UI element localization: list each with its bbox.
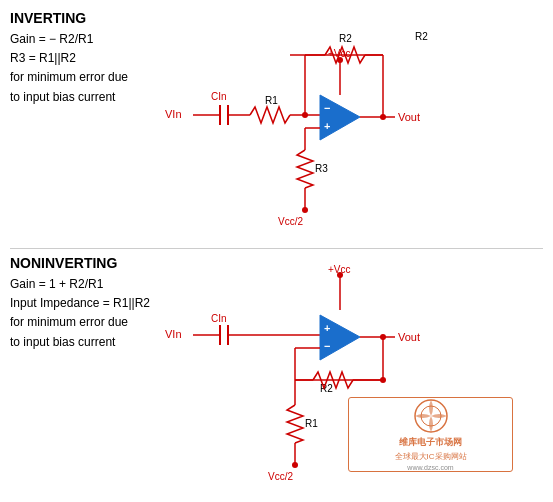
main-container: INVERTING Gain = − R2/R1 R3 = R1||R2 for… — [0, 0, 553, 502]
vout-label-inv: Vout — [398, 111, 420, 123]
cin-label-inv: CIn — [211, 91, 227, 102]
r3-label-inv: R3 — [315, 163, 328, 174]
vout-label-noninv: Vout — [398, 331, 420, 343]
watermark-text1: 维库电子市场网 — [399, 436, 462, 449]
vin-label-inv: VIn — [165, 108, 182, 120]
vin-label-noninv: VIn — [165, 328, 182, 340]
plus-sign-noninv: + — [324, 322, 330, 334]
vcc2-label-inv: Vcc/2 — [278, 216, 303, 227]
svg-point-19 — [302, 207, 308, 213]
r1-label-inv: R1 — [265, 95, 278, 106]
minus-sign-noninv: − — [324, 340, 330, 352]
watermark: 维库电子市场网 全球最大IC采购网站 www.dzsc.com — [348, 397, 513, 472]
vcc-label-inv: +Vcc — [328, 48, 351, 59]
watermark-text2: 全球最大IC采购网站 — [395, 451, 467, 462]
inverting-circuit: VIn CIn R1 − + — [165, 10, 545, 245]
r2-label-inv-top: R2 — [415, 31, 428, 42]
r2-label-inv: R2 — [339, 33, 352, 44]
vcc-label-noninv: +Vcc — [328, 264, 351, 275]
svg-point-11 — [302, 112, 308, 118]
watermark-logo-svg — [413, 398, 449, 434]
plus-sign: + — [324, 120, 330, 132]
minus-sign: − — [324, 102, 330, 114]
section-divider — [10, 248, 543, 249]
r1-label-noninv: R1 — [305, 418, 318, 429]
svg-point-38 — [292, 462, 298, 468]
cin-label-noninv: CIn — [211, 313, 227, 324]
inverting-section: INVERTING Gain = − R2/R1 R3 = R1||R2 for… — [10, 10, 543, 245]
vcc2-label-noninv: Vcc/2 — [268, 471, 293, 482]
watermark-url: www.dzsc.com — [407, 464, 453, 471]
